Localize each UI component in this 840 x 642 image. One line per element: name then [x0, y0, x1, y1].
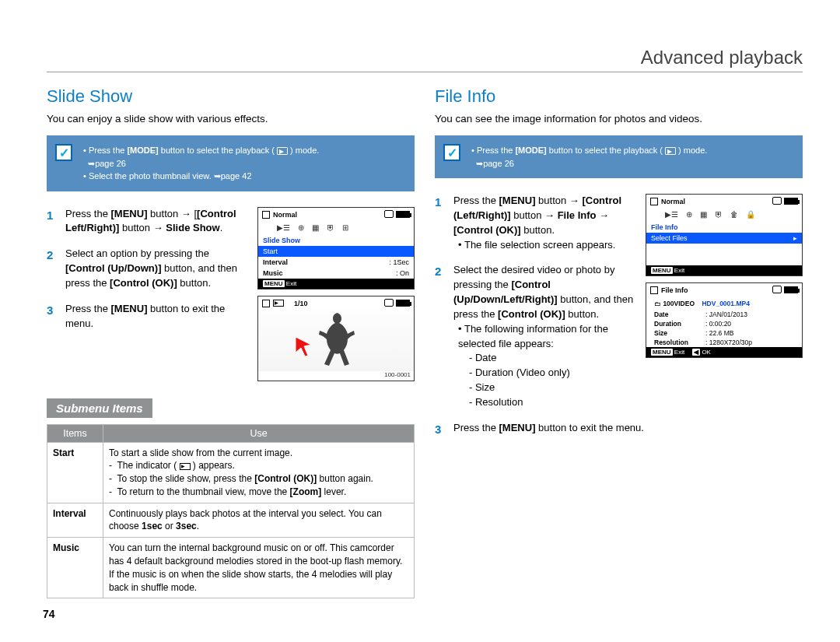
slideshow-icon — [273, 300, 284, 307]
slide-show-callout: • Press the [MODE] button to select the … — [47, 135, 415, 191]
step-2: 2 Select an option by pressing the [Cont… — [47, 247, 251, 291]
file-info-callout: • Press the [MODE] button to select the … — [435, 135, 803, 178]
step-3: 3 Press the [MENU] button to exit the me… — [47, 302, 251, 332]
check-icon — [443, 144, 460, 161]
chapter-title: Advanced playback — [47, 47, 803, 72]
check-icon — [55, 144, 72, 161]
slide-show-menu-screen: Normal ▶☰⊕▦⛨⊞ Slide Show Start Interval:… — [257, 207, 415, 289]
slide-show-intro: You can enjoy a slide show with various … — [47, 113, 415, 125]
red-cursor-icon — [294, 335, 313, 359]
file-info-heading: File Info — [435, 86, 803, 107]
playback-mode-icon — [277, 147, 288, 155]
photo-silhouette — [313, 309, 359, 373]
screen-tab-icons: ▶☰⊕▦⛨⊞ — [258, 222, 414, 235]
file-info-intro: You can see the image information for ph… — [435, 113, 803, 125]
slideshow-indicator-icon — [180, 463, 191, 470]
step-1: 1 Press the [MENU] button → [[Control Le… — [47, 207, 251, 237]
fi-step-2: 2 Select the desired video or photo by p… — [435, 263, 639, 409]
right-arrow-icon: ▸ — [793, 234, 797, 242]
file-info-menu-screen: Normal ▶☰⊕▦⛨🗑🔒 File Info Select Files▸ M… — [646, 194, 803, 276]
submenu-heading: Submenu Items — [47, 398, 152, 418]
page-number: 74 — [43, 608, 55, 620]
fi-step-1: 1 Press the [MENU] button → [Control (Le… — [435, 194, 639, 252]
card-icon — [384, 210, 394, 218]
fi-step-3: 3 Press the [MENU] button to exit the me… — [435, 421, 803, 438]
submenu-table: ItemsUse Start To start a slide show fro… — [47, 424, 415, 599]
file-info-detail-screen: File Info 🗀 100VIDEO HDV_0001.MP4 Date: … — [646, 282, 803, 358]
playback-mode-icon — [665, 147, 676, 155]
folder-icon: 🗀 — [654, 300, 661, 307]
battery-icon — [396, 211, 410, 218]
slide-show-heading: Slide Show — [47, 86, 415, 107]
slide-show-playback-screen: 1/10 100-0001 — [257, 296, 415, 381]
